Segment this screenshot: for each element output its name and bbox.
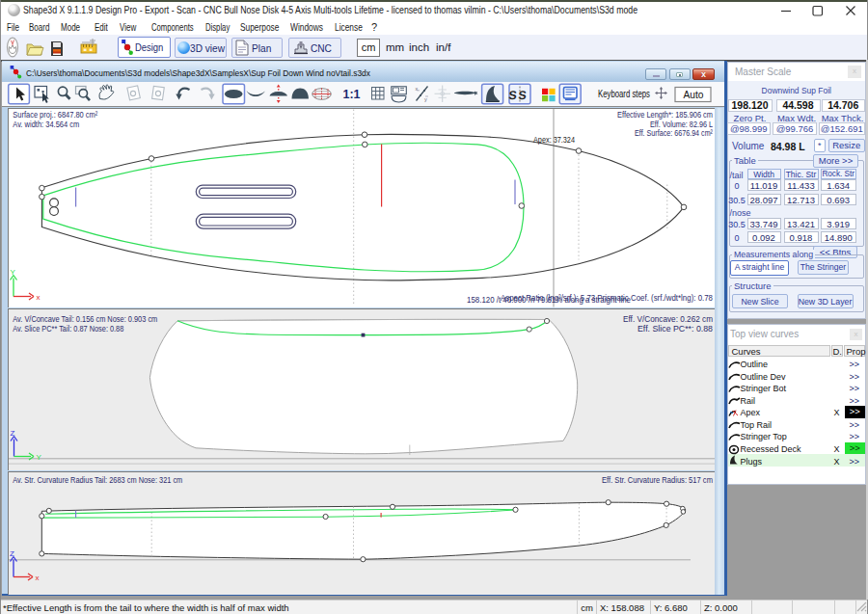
svg-text:Effective Length*: 185.906 cm: Effective Length*: 185.906 cm (617, 110, 713, 120)
svg-text:1:1: 1:1 (343, 88, 361, 101)
svg-text:Av. Str. Curvature Radius Tail: Av. Str. Curvature Radius Tail: 2683 cm … (13, 474, 182, 484)
svg-text:Av. Slice PC** Tail: 0.87 Nos: Av. Slice PC** Tail: 0.87 Nose: 0.88 (13, 324, 123, 334)
svg-text:Apex: 37.324: Apex: 37.324 (533, 134, 575, 144)
svg-text:x: x (36, 574, 40, 582)
svg-text:Z: Z (11, 428, 15, 437)
svg-text:x: x (37, 293, 41, 302)
svg-text:y: y (424, 96, 427, 102)
svg-text:Av. width: 34.564 cm: Av. width: 34.564 cm (13, 119, 79, 128)
svg-text:Eff. Slice PC**: 0.88: Eff. Slice PC**: 0.88 (637, 324, 713, 334)
svg-text:S: S (508, 89, 518, 102)
svg-text:Surface proj.: 6847.80 cm²: Surface proj.: 6847.80 cm² (13, 109, 97, 119)
svg-text:Eff. Str. Curvature Radius: 51: Eff. Str. Curvature Radius: 517 cm (602, 474, 713, 484)
svg-text:Eff. Volume: 82.96 L: Eff. Volume: 82.96 L (650, 119, 713, 128)
svg-text:Z: Z (10, 548, 14, 557)
svg-text:158.120 /t 40.000 /n 79.61% al: 158.120 /t 40.000 /n 79.61% along a stra… (467, 295, 631, 305)
svg-text:Keyboard steps: Keyboard steps (598, 89, 650, 99)
svg-text:Eff. V/Concave: 0.262 cm: Eff. V/Concave: 0.262 cm (623, 314, 713, 324)
svg-text:S: S (518, 89, 528, 102)
svg-text:Y: Y (11, 267, 16, 276)
svg-text:Eff. Surface: 6676.94 cm²: Eff. Surface: 6676.94 cm² (635, 128, 713, 138)
svg-text:Y: Y (37, 453, 42, 462)
svg-text:Av. V/Concave Tail: 0.156 cm N: Av. V/Concave Tail: 0.156 cm Nose: 0.903… (13, 314, 157, 324)
svg-text:Auto: Auto (684, 89, 704, 100)
